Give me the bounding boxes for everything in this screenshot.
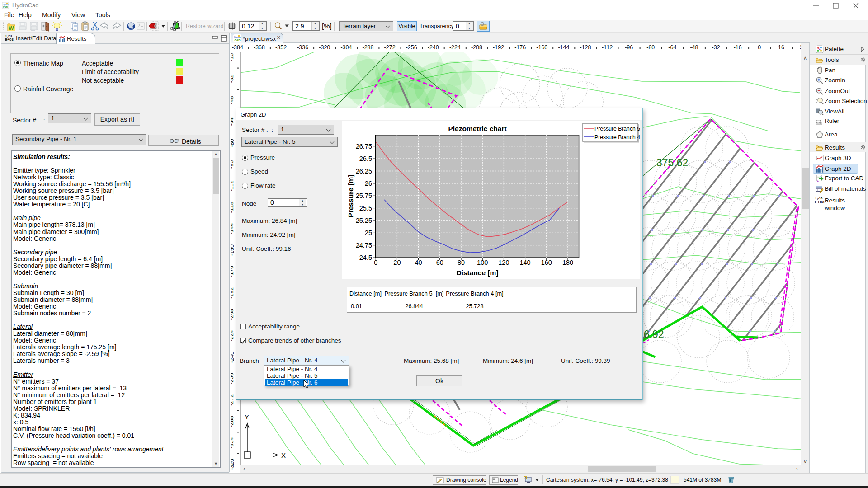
svg-text:20: 20 (393, 259, 401, 266)
svg-text:375.62: 375.62 (656, 157, 688, 169)
svg-text:-48: -48 (690, 44, 698, 51)
svg-text:-32: -32 (231, 75, 235, 83)
svg-text:-272: -272 (231, 394, 235, 406)
svg-text:X: X (281, 451, 286, 459)
svg-text:25: 25 (365, 229, 372, 236)
svg-text:-96: -96 (625, 44, 633, 51)
svg-text:0: 0 (374, 259, 377, 266)
svg-text:140: 140 (519, 259, 530, 266)
svg-text:-320: -320 (231, 459, 235, 470)
svg-text:-128: -128 (580, 44, 591, 51)
svg-text:60: 60 (436, 259, 443, 266)
svg-text:-288: -288 (362, 44, 373, 51)
svg-text:-224: -224 (231, 330, 235, 342)
svg-text:-368: -368 (254, 44, 265, 51)
svg-text:‹: ‹ (243, 466, 245, 472)
svg-text:25.25: 25.25 (356, 217, 372, 224)
svg-text:80: 80 (458, 259, 465, 266)
svg-text:-16: -16 (231, 53, 235, 61)
svg-text:CAD: CAD (3, 6, 8, 9)
svg-text:Distance [m]: Distance [m] (456, 269, 498, 277)
svg-text:-208: -208 (471, 44, 482, 51)
svg-text:-288: -288 (231, 416, 235, 427)
svg-text:-240: -240 (428, 44, 439, 51)
svg-text:25.5: 25.5 (359, 205, 372, 212)
svg-text:-112: -112 (602, 44, 613, 51)
svg-text:-64: -64 (231, 117, 235, 126)
svg-text:-112: -112 (231, 180, 235, 191)
svg-text:-16: -16 (734, 44, 742, 51)
svg-text:16: 16 (778, 44, 784, 51)
svg-text:-160: -160 (536, 44, 547, 51)
svg-text:Pressure [m]: Pressure [m] (347, 175, 354, 218)
svg-text:-176: -176 (514, 44, 526, 51)
svg-text:26.5: 26.5 (359, 155, 372, 162)
svg-text:-304: -304 (231, 437, 235, 449)
svg-text:-80: -80 (646, 44, 655, 51)
svg-text:Piezometric chart: Piezometric chart (448, 125, 506, 132)
svg-text:25.75: 25.75 (356, 192, 372, 199)
svg-text:CAD: CAD (235, 39, 241, 42)
svg-text:-64: -64 (668, 44, 676, 51)
svg-text:W: W (9, 25, 14, 32)
svg-text:∨: ∨ (803, 459, 807, 464)
svg-text:-336: -336 (297, 44, 308, 51)
svg-text:120: 120 (498, 259, 509, 266)
svg-text:40: 40 (415, 259, 422, 266)
svg-text:-176: -176 (231, 266, 235, 277)
svg-text:Y: Y (245, 413, 249, 421)
svg-text:[%]: [%] (322, 22, 332, 30)
svg-text:-208: -208 (231, 309, 235, 320)
svg-text:24.75: 24.75 (356, 242, 372, 249)
svg-text:180: 180 (562, 259, 573, 266)
svg-text:dxf: dxf (817, 176, 821, 178)
svg-text:26.25: 26.25 (356, 168, 372, 175)
svg-text:-96: -96 (231, 160, 235, 169)
svg-text:-80: -80 (231, 139, 235, 147)
svg-text:∧: ∧ (803, 55, 807, 61)
svg-text:-352: -352 (275, 44, 287, 51)
svg-text:-48: -48 (231, 96, 235, 104)
svg-text:-192: -192 (493, 44, 504, 51)
svg-text:-256: -256 (231, 373, 235, 384)
svg-text:-144: -144 (231, 223, 235, 235)
svg-text:-320: -320 (319, 44, 330, 51)
svg-text:Pressure Branch 5: Pressure Branch 5 (594, 126, 640, 132)
svg-text:160: 160 (541, 259, 552, 266)
svg-text:26: 26 (365, 180, 372, 187)
svg-text:-224: -224 (449, 44, 461, 51)
svg-text:-160: -160 (231, 244, 235, 256)
svg-text:-304: -304 (340, 44, 352, 51)
svg-text:0: 0 (758, 44, 761, 51)
svg-text:-240: -240 (231, 352, 235, 363)
svg-text:-128: -128 (231, 202, 235, 213)
svg-text:26.75: 26.75 (356, 143, 372, 150)
svg-text:-384: -384 (232, 44, 243, 51)
svg-text:-144: -144 (558, 44, 569, 51)
svg-text:100: 100 (477, 259, 488, 266)
svg-text:Pressure Branch 4: Pressure Branch 4 (594, 134, 640, 141)
svg-text:›: › (796, 466, 798, 472)
svg-text:-192: -192 (231, 287, 235, 299)
svg-text:-272: -272 (384, 44, 396, 51)
svg-text:Restore wizard: Restore wizard (186, 23, 223, 29)
svg-text:24.5: 24.5 (359, 254, 372, 261)
svg-text:-32: -32 (712, 44, 720, 51)
svg-text:-256: -256 (406, 44, 417, 51)
